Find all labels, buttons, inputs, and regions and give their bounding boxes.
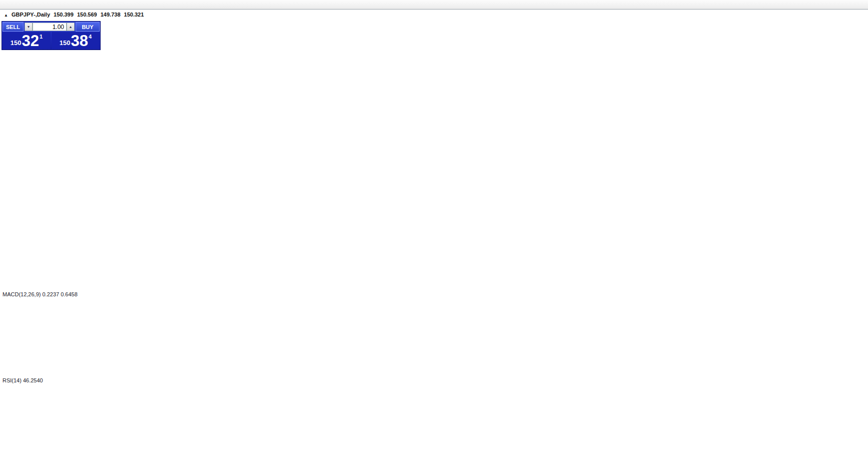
volume-up-button[interactable]: ▲ <box>67 23 75 31</box>
sell-price-button[interactable]: 150321 <box>3 32 51 49</box>
ohlc-high: 150.569 <box>77 12 97 18</box>
ohlc-close: 150.321 <box>124 12 144 18</box>
buy-price-small: 150 <box>60 39 71 47</box>
toolbar <box>0 0 868 10</box>
macd-indicator-label: MACD(12,26,9) 0.2237 0.6458 <box>3 291 78 297</box>
buy-price-button[interactable]: 150384 <box>52 32 100 49</box>
volume-down-button[interactable]: ▼ <box>25 23 33 31</box>
buy-price-big: 38 <box>71 34 88 49</box>
buy-price-sup: 4 <box>89 34 92 40</box>
rsi-indicator-label: RSI(14) 46.2540 <box>3 377 43 383</box>
collapse-icon[interactable]: ▲ <box>4 13 8 18</box>
ohlc-open: 150.399 <box>54 12 74 18</box>
sell-price-small: 150 <box>11 39 22 47</box>
ohlc-low: 149.738 <box>101 12 121 18</box>
sell-price-sup: 1 <box>40 34 43 40</box>
sell-price-big: 32 <box>22 34 39 49</box>
symbol-title: GBPJPY-,Daily <box>12 12 50 18</box>
buy-button[interactable]: BUY <box>76 22 100 32</box>
symbol-header: ▲ GBPJPY-,Daily 150.399 150.569 149.738 … <box>4 12 146 18</box>
volume-input[interactable]: 1.00 <box>33 23 67 31</box>
one-click-trading-panel: SELL ▼ 1.00 ▲ BUY 150321 150384 <box>2 21 101 50</box>
chart-canvas[interactable] <box>0 0 868 475</box>
sell-button[interactable]: SELL <box>3 22 24 32</box>
